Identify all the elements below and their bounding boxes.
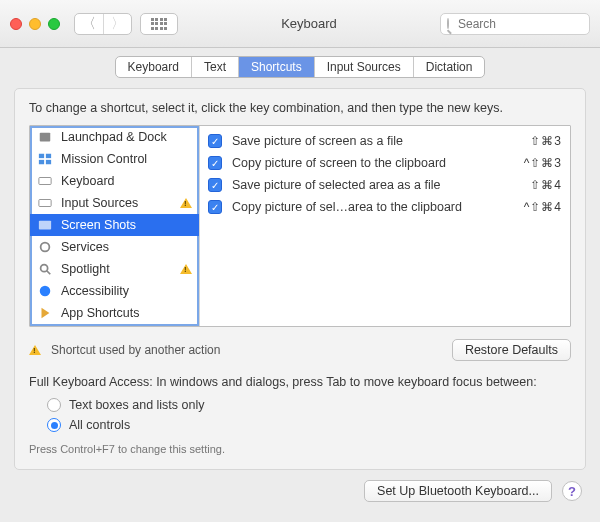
close-window-button[interactable] [10, 18, 22, 30]
tab-input-sources[interactable]: Input Sources [314, 57, 413, 77]
search-input[interactable] [456, 16, 600, 32]
shortcuts-columns: Launchpad & Dock Mission Control Keyboar… [29, 125, 571, 327]
show-all-button[interactable] [140, 13, 178, 35]
input-sources-icon [37, 195, 53, 211]
shortcut-label: Save picture of screen as a file [232, 134, 502, 148]
svg-rect-4 [46, 160, 51, 164]
sidebar-item-label: Mission Control [61, 152, 147, 166]
tab-shortcuts[interactable]: Shortcuts [238, 57, 314, 77]
full-keyboard-label: Full Keyboard Access: In windows and dia… [29, 375, 571, 389]
svg-rect-2 [46, 154, 51, 158]
tab-dictation[interactable]: Dictation [413, 57, 485, 77]
screenshots-icon [37, 217, 53, 233]
sidebar-item-label: Input Sources [61, 196, 138, 210]
shortcut-label: Copy picture of sel…area to the clipboar… [232, 200, 502, 214]
svg-point-9 [41, 265, 48, 272]
warning-icon [180, 198, 192, 208]
full-keyboard-hint: Press Control+F7 to change this setting. [29, 443, 571, 455]
under-panel-row: Shortcut used by another action Restore … [29, 339, 571, 361]
launchpad-icon [37, 129, 53, 145]
radio-button[interactable] [47, 418, 61, 432]
shortcut-keys[interactable]: ^⇧⌘3 [512, 156, 562, 170]
window-title: Keyboard [186, 16, 432, 31]
grid-icon [151, 18, 168, 30]
titlebar: 〈 〉 Keyboard [0, 0, 600, 48]
app-shortcuts-icon [37, 305, 53, 321]
sidebar-item-label: Screen Shots [61, 218, 136, 232]
mission-control-icon [37, 151, 53, 167]
spotlight-icon [37, 261, 53, 277]
sidebar-item-keyboard[interactable]: Keyboard [30, 170, 199, 192]
svg-rect-1 [39, 154, 44, 158]
sidebar-item-label: App Shortcuts [61, 306, 140, 320]
svg-rect-7 [39, 221, 51, 230]
tab-text[interactable]: Text [191, 57, 238, 77]
sidebar-item-label: Services [61, 240, 109, 254]
tab-keyboard[interactable]: Keyboard [116, 57, 191, 77]
shortcut-list[interactable]: ✓ Save picture of screen as a file ⇧⌘3 ✓… [200, 126, 570, 326]
sidebar-item-label: Spotlight [61, 262, 110, 276]
restore-defaults-button[interactable]: Restore Defaults [452, 339, 571, 361]
search-icon [447, 18, 449, 29]
instruction-text: To change a shortcut, select it, click t… [29, 101, 571, 115]
full-keyboard-access: Full Keyboard Access: In windows and dia… [29, 375, 571, 455]
shortcut-keys[interactable]: ^⇧⌘4 [512, 200, 562, 214]
sidebar-item-screen-shots[interactable]: Screen Shots [30, 214, 199, 236]
warning-icon [180, 264, 192, 274]
svg-line-10 [47, 271, 51, 275]
sidebar-item-label: Keyboard [61, 174, 115, 188]
shortcuts-panel: To change a shortcut, select it, click t… [14, 88, 586, 470]
svg-rect-6 [39, 200, 51, 207]
shortcut-keys[interactable]: ⇧⌘3 [512, 134, 562, 148]
sidebar-item-accessibility[interactable]: Accessibility [30, 280, 199, 302]
window-traffic-lights [10, 18, 60, 30]
zoom-window-button[interactable] [48, 18, 60, 30]
shortcut-row[interactable]: ✓ Copy picture of sel…area to the clipbo… [208, 196, 562, 218]
sidebar-item-mission-control[interactable]: Mission Control [30, 148, 199, 170]
footer: Set Up Bluetooth Keyboard... ? [0, 480, 600, 502]
sidebar-item-app-shortcuts[interactable]: App Shortcuts [30, 302, 199, 324]
radio-button[interactable] [47, 398, 61, 412]
sidebar-item-label: Accessibility [61, 284, 129, 298]
back-button[interactable]: 〈 [75, 14, 103, 34]
radio-text-boxes-only[interactable]: Text boxes and lists only [29, 395, 571, 415]
minimize-window-button[interactable] [29, 18, 41, 30]
svg-point-11 [40, 286, 51, 297]
pref-tabs: Keyboard Text Shortcuts Input Sources Di… [0, 56, 600, 78]
checkbox[interactable]: ✓ [208, 200, 222, 214]
sidebar-item-spotlight[interactable]: Spotlight [30, 258, 199, 280]
sidebar-item-label: Launchpad & Dock [61, 130, 167, 144]
nav-back-forward: 〈 〉 [74, 13, 132, 35]
shortcut-row[interactable]: ✓ Save picture of selected area as a fil… [208, 174, 562, 196]
shortcut-label: Copy picture of screen to the clipboard [232, 156, 502, 170]
svg-rect-0 [40, 133, 51, 142]
svg-rect-5 [39, 178, 51, 185]
checkbox[interactable]: ✓ [208, 156, 222, 170]
accessibility-icon [37, 283, 53, 299]
svg-point-8 [41, 243, 50, 252]
svg-rect-3 [39, 160, 44, 164]
shortcut-row[interactable]: ✓ Copy picture of screen to the clipboar… [208, 152, 562, 174]
category-list[interactable]: Launchpad & Dock Mission Control Keyboar… [30, 126, 200, 326]
checkbox[interactable]: ✓ [208, 134, 222, 148]
radio-label: Text boxes and lists only [69, 398, 205, 412]
shortcut-keys[interactable]: ⇧⌘4 [512, 178, 562, 192]
warning-icon [29, 345, 41, 355]
sidebar-item-launchpad[interactable]: Launchpad & Dock [30, 126, 199, 148]
forward-button[interactable]: 〉 [103, 14, 131, 34]
search-field[interactable] [440, 13, 590, 35]
services-icon [37, 239, 53, 255]
help-button[interactable]: ? [562, 481, 582, 501]
conflict-note: Shortcut used by another action [51, 343, 220, 357]
shortcut-row[interactable]: ✓ Save picture of screen as a file ⇧⌘3 [208, 130, 562, 152]
sidebar-item-input-sources[interactable]: Input Sources [30, 192, 199, 214]
radio-all-controls[interactable]: All controls [29, 415, 571, 435]
radio-label: All controls [69, 418, 130, 432]
keyboard-icon [37, 173, 53, 189]
shortcut-label: Save picture of selected area as a file [232, 178, 502, 192]
setup-bluetooth-keyboard-button[interactable]: Set Up Bluetooth Keyboard... [364, 480, 552, 502]
sidebar-item-services[interactable]: Services [30, 236, 199, 258]
checkbox[interactable]: ✓ [208, 178, 222, 192]
